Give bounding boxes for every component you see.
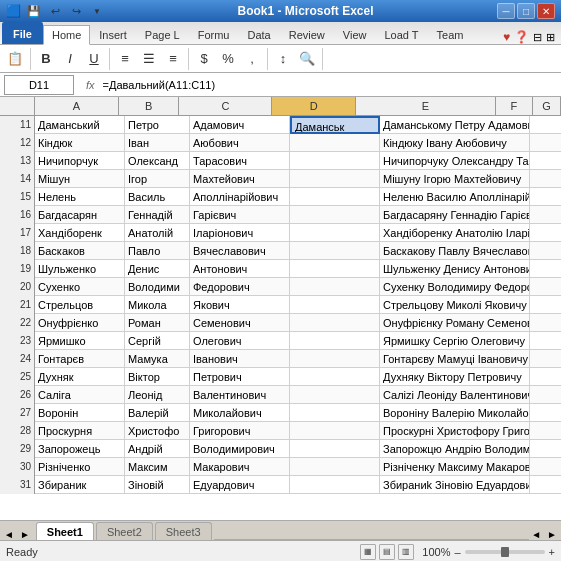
cell-b[interactable]: Віктор [125,368,190,386]
cell-f[interactable] [530,476,561,494]
cell-e[interactable]: Запорожцю Андрію Володимировичу [380,440,530,458]
cell-d[interactable] [290,350,380,368]
tab-file[interactable]: File [2,22,43,44]
redo-qat-icon[interactable]: ↪ [67,2,85,20]
cell-d[interactable] [290,206,380,224]
col-header-d[interactable]: D [272,97,356,115]
cell-c[interactable]: Аюбович [190,134,290,152]
cell-c[interactable]: Макарович [190,458,290,476]
cell-d[interactable] [290,404,380,422]
cell-f[interactable] [530,152,561,170]
cell-e[interactable]: Сухенку Володимиру Федоровичу [380,278,530,296]
align-right-icon[interactable]: ≡ [162,48,184,70]
cell-d[interactable] [290,224,380,242]
tab-insert[interactable]: Insert [90,24,136,44]
tab-page-layout[interactable]: Page L [136,24,189,44]
cell-b[interactable]: Валерій [125,404,190,422]
cell-b[interactable]: Василь [125,188,190,206]
help-icon[interactable]: ❓ [514,30,529,44]
minimize-button[interactable]: ─ [497,3,515,19]
cell-b[interactable]: Роман [125,314,190,332]
cell-e[interactable]: Саліzі Леоніду Валентиновичу [380,386,530,404]
cell-a[interactable]: Баскаков [35,242,125,260]
scroll-left-icon[interactable]: ◄ [531,529,541,540]
cell-c[interactable]: Валентинович [190,386,290,404]
cell-d[interactable] [290,440,380,458]
more-icon[interactable]: ⊞ [546,31,555,44]
cell-b[interactable]: Мамука [125,350,190,368]
cell-f[interactable] [530,134,561,152]
cell-a[interactable]: Збираник [35,476,125,494]
cell-b[interactable]: Сергій [125,332,190,350]
cell-e[interactable]: Збираниk Зіновію Едуардовичу [380,476,530,494]
cell-b[interactable]: Леонід [125,386,190,404]
page-layout-view-icon[interactable]: ▤ [379,544,395,560]
cell-b[interactable]: Андрій [125,440,190,458]
undo-qat-icon[interactable]: ↩ [46,2,64,20]
cell-d[interactable] [290,332,380,350]
cell-a[interactable]: Духняк [35,368,125,386]
col-header-b[interactable]: B [119,97,180,115]
cell-b[interactable]: Христофо [125,422,190,440]
cell-b[interactable]: Зіновій [125,476,190,494]
cell-a[interactable]: Даманський [35,116,125,134]
tab-data[interactable]: Data [238,24,279,44]
heart-icon[interactable]: ♥ [503,30,510,44]
cell-e[interactable]: Хандіборенку Анатолію Іларіоновичу [380,224,530,242]
cell-e[interactable]: Даманському Петру Адамовичу [380,116,530,134]
cell-c[interactable]: Антонович [190,260,290,278]
zoom-minus-icon[interactable]: – [454,546,460,558]
cell-e[interactable]: Різніченку Максиму Макаровичу [380,458,530,476]
cell-e[interactable]: Стрельцову Миколі Яковичу [380,296,530,314]
align-left-icon[interactable]: ≡ [114,48,136,70]
underline-icon[interactable]: U [83,48,105,70]
cell-d[interactable] [290,422,380,440]
paste-icon[interactable]: 📋 [4,48,26,70]
cell-d[interactable] [290,170,380,188]
save-qat-icon[interactable]: 💾 [25,2,43,20]
cell-c[interactable]: Аполлінарійович [190,188,290,206]
cell-c[interactable]: Семенович [190,314,290,332]
col-header-a[interactable]: A [35,97,119,115]
cell-f[interactable] [530,404,561,422]
cell-d[interactable] [290,134,380,152]
cell-b[interactable]: Геннадій [125,206,190,224]
comma-icon[interactable]: , [241,48,263,70]
cell-a[interactable]: Різніченко [35,458,125,476]
cell-a[interactable]: Гонтарєв [35,350,125,368]
cell-f[interactable] [530,386,561,404]
cell-c[interactable]: Гарієвич [190,206,290,224]
normal-view-icon[interactable]: ▦ [360,544,376,560]
cell-e[interactable]: Проскурні Христофору Григоровичу [380,422,530,440]
tab-load-test[interactable]: Load T [375,24,427,44]
cell-e[interactable]: Ничипорчуку Олександру Тарасовичу [380,152,530,170]
cell-f[interactable] [530,368,561,386]
cell-b[interactable]: Ігор [125,170,190,188]
cell-c[interactable]: Едуардович [190,476,290,494]
sheet-tab-1[interactable]: Sheet1 [36,522,94,540]
formula-input[interactable] [99,75,557,95]
cell-e[interactable]: Кіндюку Івану Аюбовичу [380,134,530,152]
cell-b[interactable]: Денис [125,260,190,278]
cell-f[interactable] [530,350,561,368]
cell-f[interactable] [530,278,561,296]
cell-c[interactable]: Володимирович [190,440,290,458]
cell-c[interactable]: Адамович [190,116,290,134]
tab-formulas[interactable]: Formu [189,24,239,44]
cell-c[interactable]: Махтейович [190,170,290,188]
cell-e[interactable]: Шульженку Денису Антоновичу [380,260,530,278]
col-header-c[interactable]: C [179,97,272,115]
cell-c[interactable]: Тарасович [190,152,290,170]
cell-d[interactable] [290,242,380,260]
cell-a[interactable]: Воронін [35,404,125,422]
maximize-button[interactable]: □ [517,3,535,19]
cell-e[interactable]: Баскакову Павлу Вячеславовичу [380,242,530,260]
cell-c[interactable]: Миколайович [190,404,290,422]
cell-f[interactable] [530,242,561,260]
cell-a[interactable]: Шульженко [35,260,125,278]
cell-a[interactable]: Мішун [35,170,125,188]
cell-c[interactable]: Олегович [190,332,290,350]
percent-icon[interactable]: % [217,48,239,70]
cell-b[interactable]: Максим [125,458,190,476]
tab-team[interactable]: Team [428,24,473,44]
